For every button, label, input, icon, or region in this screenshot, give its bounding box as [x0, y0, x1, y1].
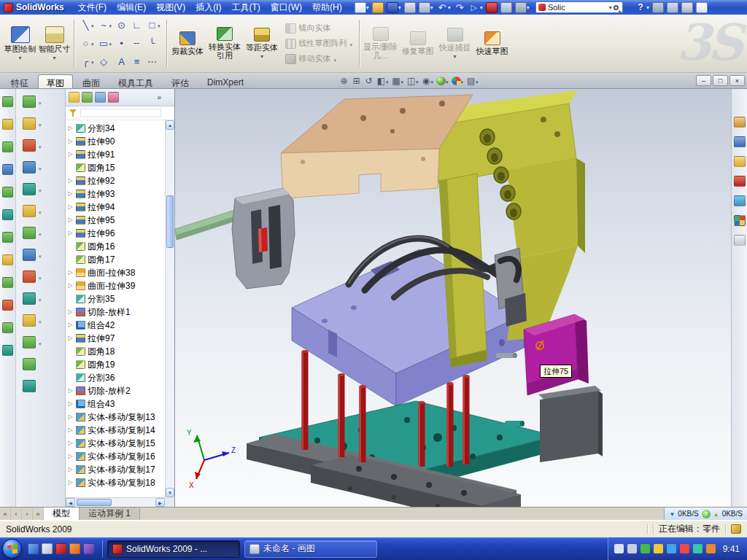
tray-icon[interactable]: [680, 544, 689, 553]
feature-tree-item[interactable]: 曲面-拉伸39: [67, 279, 164, 292]
side-tool-icon[interactable]: [2, 164, 13, 175]
tab-scroll-button[interactable]: »: [33, 508, 44, 520]
edit-appearance-icon[interactable]: [436, 76, 449, 86]
feature-tree-item[interactable]: 实体-移动/复制13: [67, 411, 164, 424]
sketch-tool-button[interactable]: A: [115, 52, 128, 70]
feature-tree-item[interactable]: 拉伸96: [67, 227, 164, 240]
new-document-icon[interactable]: [355, 2, 369, 13]
side-tool-button[interactable]: [23, 358, 65, 370]
feature-tree-item[interactable]: 拉伸90: [67, 135, 164, 148]
feature-tree-item[interactable]: 圆角15: [67, 161, 164, 174]
zoom-area-icon[interactable]: ⊞: [352, 77, 361, 85]
menu-item[interactable]: 视图(V): [151, 0, 190, 15]
feature-tree-item[interactable]: 拉伸95: [67, 214, 164, 227]
expand-arrow-icon[interactable]: [67, 217, 74, 223]
side-tool-icon[interactable]: [2, 300, 13, 311]
quick-launch-browser-icon[interactable]: [28, 543, 39, 554]
side-tool-button[interactable]: [23, 96, 65, 108]
previous-view-icon[interactable]: ↺: [364, 77, 374, 85]
feature-tree-item[interactable]: 拉伸93: [67, 187, 164, 201]
search-input[interactable]: [548, 3, 609, 12]
feature-tree-item[interactable]: 分割35: [67, 292, 164, 306]
solidworks-resources-icon[interactable]: [734, 117, 746, 128]
tab-scroll-button[interactable]: «: [0, 508, 11, 520]
scroll-up-icon[interactable]: [166, 120, 174, 130]
expand-arrow-icon[interactable]: [67, 335, 74, 341]
feature-tree-item[interactable]: 圆角17: [67, 253, 164, 266]
design-library-icon[interactable]: [734, 136, 746, 147]
collapse-ribbon-icon[interactable]: [696, 2, 708, 13]
linear-sketch-pattern-button[interactable]: 线性草图阵列: [283, 37, 355, 50]
scroll-right-icon[interactable]: [155, 498, 165, 507]
help-ball-icon[interactable]: ?: [702, 510, 711, 518]
sketch-tool-button[interactable]: ~: [97, 16, 114, 34]
quick-snaps-button[interactable]: 快速捕捉: [436, 27, 473, 60]
offset-entities-button[interactable]: 等距实体: [244, 27, 281, 60]
restore-document-button[interactable]: □: [713, 75, 728, 86]
feature-tree-item[interactable]: 切除-放样2: [67, 384, 164, 397]
select-icon[interactable]: [468, 2, 483, 13]
smart-dimension-button[interactable]: 智能尺寸: [37, 25, 71, 63]
sketch-tool-button[interactable]: ○: [79, 34, 96, 52]
expand-arrow-icon[interactable]: [67, 125, 74, 131]
side-tool-button[interactable]: [23, 249, 65, 261]
pin-ui-icon[interactable]: [667, 2, 678, 13]
display-style-icon[interactable]: ◫: [406, 76, 419, 86]
sketch-tool-button[interactable]: ▭: [97, 34, 114, 52]
save-icon[interactable]: [387, 2, 401, 13]
rapid-sketch-button[interactable]: 快速草图: [473, 31, 511, 56]
view-settings-icon[interactable]: ▤: [466, 76, 479, 86]
commandmanager-tab[interactable]: 评估: [163, 74, 198, 88]
expand-arrow-icon[interactable]: [67, 401, 74, 407]
scroll-left-icon[interactable]: [66, 498, 75, 507]
model-canvas[interactable]: [175, 89, 731, 507]
model-part-slide-block[interactable]: [524, 314, 589, 395]
expand-arrow-icon[interactable]: [67, 309, 74, 315]
side-tool-icon[interactable]: [2, 254, 13, 265]
tray-icon[interactable]: [627, 544, 637, 553]
search-box[interactable]: [535, 1, 623, 13]
side-tool-icon[interactable]: [2, 232, 13, 243]
open-icon[interactable]: [372, 2, 384, 13]
appearances-scenes-icon[interactable]: [734, 215, 746, 226]
side-tool-icon[interactable]: [2, 322, 13, 333]
tree-horizontal-scrollbar[interactable]: [66, 497, 165, 507]
tab-scroll-button[interactable]: ›: [22, 508, 33, 520]
scroll-thumb[interactable]: [77, 499, 112, 506]
menu-item[interactable]: 文件(F): [73, 0, 112, 15]
feature-tree-item[interactable]: 拉伸97: [67, 332, 164, 345]
commandmanager-tab[interactable]: 曲面: [74, 74, 109, 88]
minimize-document-button[interactable]: –: [696, 75, 711, 86]
sketch-tool-button[interactable]: ⋯: [145, 52, 162, 70]
quick-launch-solidworks-icon[interactable]: [55, 543, 66, 554]
tray-icon[interactable]: [614, 544, 624, 553]
toolbar-toggle-icon[interactable]: [652, 2, 664, 13]
commandmanager-tab[interactable]: 草图: [38, 74, 73, 88]
side-tool-icon[interactable]: [2, 187, 13, 198]
sketch-tool-button[interactable]: ⊙: [115, 16, 128, 34]
feature-tree-item[interactable]: 拉伸92: [67, 174, 164, 187]
menu-item[interactable]: 帮助(H): [307, 0, 347, 15]
redo-icon[interactable]: [454, 2, 465, 13]
side-tool-button[interactable]: [23, 117, 65, 130]
side-tool-icon[interactable]: [2, 345, 13, 356]
tree-vertical-scrollbar[interactable]: [165, 120, 174, 497]
taskbar-window-button[interactable]: 未命名 - 画图: [244, 540, 377, 558]
quick-launch-app-icon[interactable]: [83, 543, 94, 554]
propertymanager-tab-icon[interactable]: [82, 92, 93, 103]
view-palette-icon[interactable]: [734, 195, 746, 206]
apply-scene-icon[interactable]: [452, 76, 464, 86]
tray-icon[interactable]: [693, 544, 703, 553]
graphics-viewport[interactable]: 拉伸75 Y Z X: [175, 89, 731, 507]
rebuild-icon[interactable]: [486, 2, 498, 13]
expand-arrow-icon[interactable]: [67, 139, 74, 144]
feature-tree-item[interactable]: 曲面-拉伸38: [67, 266, 164, 279]
close-document-button[interactable]: ×: [729, 75, 745, 86]
menu-item[interactable]: 窗口(W): [266, 0, 307, 15]
menu-item[interactable]: 编辑(E): [112, 0, 151, 15]
screen-capture-icon[interactable]: [681, 2, 693, 13]
net-speed-widget[interactable]: 0KB/S ? 0KB/S: [664, 508, 747, 520]
scroll-thumb[interactable]: [166, 195, 174, 248]
quick-launch-show-desktop-icon[interactable]: [42, 543, 53, 554]
expand-arrow-icon[interactable]: [67, 204, 74, 210]
